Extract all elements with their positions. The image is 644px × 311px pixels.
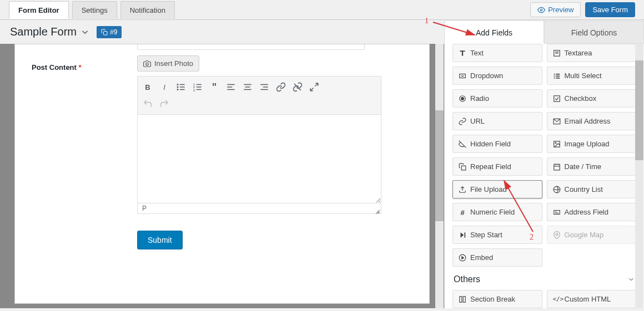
field-text[interactable]: Text bbox=[452, 44, 542, 62]
svg-rect-17 bbox=[227, 89, 235, 90]
svg-rect-37 bbox=[556, 75, 560, 77]
play-icon bbox=[459, 254, 466, 262]
svg-rect-41 bbox=[554, 95, 560, 101]
field-label: Step Start bbox=[470, 231, 502, 239]
tab-notification[interactable]: Notification bbox=[120, 1, 175, 19]
blockquote-button[interactable]: " bbox=[207, 80, 222, 94]
field-url[interactable]: URL bbox=[452, 112, 542, 130]
list-icon bbox=[553, 72, 561, 80]
field-label: Image Upload bbox=[565, 140, 610, 148]
svg-rect-22 bbox=[263, 86, 268, 88]
text-input[interactable] bbox=[137, 44, 365, 50]
svg-rect-35 bbox=[554, 77, 555, 78]
svg-rect-6 bbox=[180, 84, 185, 85]
field-repeat[interactable]: Repeat Field bbox=[452, 157, 542, 176]
svg-rect-21 bbox=[260, 84, 268, 85]
form-id-badge[interactable]: #9 bbox=[97, 26, 122, 38]
dropdown-icon bbox=[459, 72, 466, 80]
svg-rect-14 bbox=[197, 89, 202, 90]
align-left-button[interactable] bbox=[223, 80, 239, 94]
field-email[interactable]: Email Address bbox=[547, 112, 637, 130]
fields-scroll[interactable]: Text Textarea Dropdown Multi Select Radi… bbox=[444, 44, 644, 308]
link-button[interactable] bbox=[273, 80, 289, 94]
form-title-text: Sample Form bbox=[10, 26, 77, 38]
field-radio[interactable]: Radio bbox=[452, 89, 542, 108]
bullet-list-button[interactable] bbox=[173, 80, 189, 94]
svg-rect-19 bbox=[245, 86, 250, 88]
field-label: Section Break bbox=[470, 295, 515, 303]
field-label: Date / Time bbox=[565, 162, 601, 171]
tab-field-options[interactable]: Field Options bbox=[544, 21, 644, 44]
field-file-upload[interactable]: File Upload bbox=[452, 180, 542, 198]
field-dropdown[interactable]: Dropdown bbox=[452, 67, 542, 85]
italic-button[interactable]: I bbox=[157, 80, 172, 94]
align-right-button[interactable] bbox=[256, 80, 272, 94]
field-checkbox[interactable]: Checkbox bbox=[547, 89, 637, 108]
field-label: Checkbox bbox=[565, 94, 597, 103]
svg-point-40 bbox=[461, 97, 464, 100]
undo-button[interactable] bbox=[140, 96, 155, 111]
svg-line-26 bbox=[310, 88, 313, 91]
field-label: File Upload bbox=[470, 185, 507, 193]
panel-scrollbar-thumb[interactable] bbox=[635, 60, 643, 160]
field-country[interactable]: Country List bbox=[547, 180, 637, 198]
svg-point-5 bbox=[177, 89, 179, 90]
number-list-button[interactable]: 123 bbox=[190, 80, 205, 94]
radio-icon bbox=[459, 95, 466, 103]
svg-rect-15 bbox=[227, 84, 235, 85]
field-step-start[interactable]: Step Start bbox=[452, 226, 542, 244]
editor-status: P bbox=[137, 203, 381, 214]
hash-icon: # bbox=[459, 208, 466, 216]
svg-rect-1 bbox=[104, 31, 108, 35]
editor-body[interactable] bbox=[137, 115, 381, 203]
field-prev bbox=[32, 44, 412, 50]
tab-form-editor[interactable]: Form Editor bbox=[9, 1, 69, 19]
bold-button[interactable]: B bbox=[140, 80, 155, 94]
field-multi-select[interactable]: Multi Select bbox=[547, 67, 637, 85]
field-textarea[interactable]: Textarea bbox=[547, 44, 637, 62]
tab-settings[interactable]: Settings bbox=[72, 1, 117, 19]
fullscreen-button[interactable] bbox=[306, 80, 322, 94]
main: Post Content * Insert Photo B I 123 bbox=[0, 44, 644, 308]
svg-rect-54 bbox=[554, 210, 560, 214]
submit-button[interactable]: Submit bbox=[137, 231, 183, 249]
top-actions: Preview Save Form bbox=[530, 2, 635, 17]
field-label: Country List bbox=[565, 185, 603, 193]
chevron-down-icon bbox=[80, 27, 90, 37]
field-address[interactable]: Address Field bbox=[547, 203, 637, 221]
svg-rect-62 bbox=[460, 296, 462, 302]
svg-marker-57 bbox=[461, 232, 464, 237]
svg-rect-20 bbox=[244, 89, 251, 90]
editor-toolbar: B I 123 " bbox=[137, 76, 381, 115]
map-pin-icon bbox=[553, 231, 561, 239]
svg-marker-61 bbox=[462, 256, 464, 259]
save-form-button[interactable]: Save Form bbox=[585, 2, 635, 17]
section-others[interactable]: Others bbox=[452, 267, 636, 290]
field-label: Embed bbox=[470, 253, 493, 262]
side-panel: Add Fields Field Options Text Textarea D… bbox=[444, 44, 644, 308]
preview-button[interactable]: Preview bbox=[530, 2, 581, 17]
redo-button[interactable] bbox=[157, 96, 172, 111]
others-grid: Section Break </>Custom HTML bbox=[452, 290, 636, 308]
field-label: Dropdown bbox=[470, 72, 503, 80]
form-title[interactable]: Sample Form bbox=[10, 26, 90, 38]
tab-add-fields[interactable]: Add Fields bbox=[444, 21, 544, 44]
field-section-break[interactable]: Section Break bbox=[452, 290, 542, 308]
field-embed[interactable]: Embed bbox=[452, 248, 542, 267]
address-icon bbox=[553, 208, 561, 216]
field-numeric[interactable]: #Numeric Field bbox=[452, 203, 542, 221]
unlink-button[interactable] bbox=[290, 80, 305, 94]
field-image-upload[interactable]: Image Upload bbox=[547, 135, 637, 153]
field-label: Hidden Field bbox=[470, 140, 511, 148]
field-label: Multi Select bbox=[565, 72, 602, 80]
field-label: Post Content * bbox=[32, 55, 137, 249]
field-custom-html[interactable]: </>Custom HTML bbox=[547, 290, 637, 308]
stage-scrollbar-thumb[interactable] bbox=[435, 110, 444, 221]
stage-outer: Post Content * Insert Photo B I 123 bbox=[0, 44, 444, 308]
align-center-button[interactable] bbox=[240, 80, 255, 94]
link-icon bbox=[459, 118, 466, 125]
field-hidden[interactable]: Hidden Field bbox=[452, 135, 542, 153]
field-datetime[interactable]: Date / Time bbox=[547, 157, 637, 176]
insert-photo-button[interactable]: Insert Photo bbox=[137, 55, 199, 72]
svg-rect-28 bbox=[462, 50, 463, 55]
